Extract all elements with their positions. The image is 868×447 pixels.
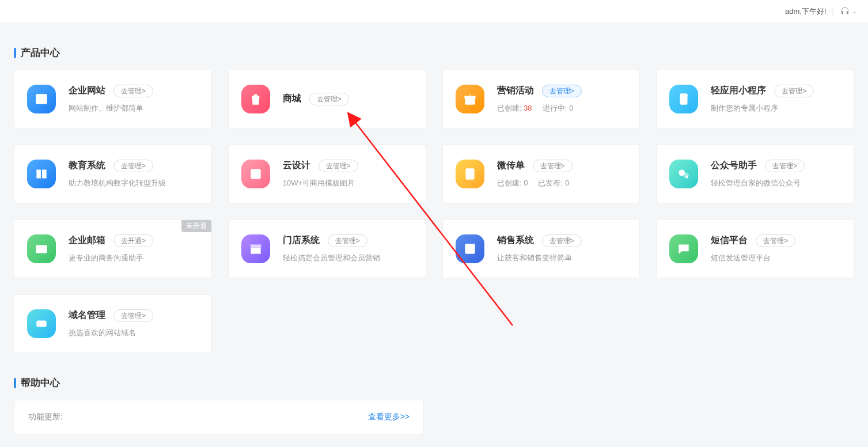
card-mp[interactable]: 公众号助手 去管理> 轻松管理自家的微信公众号 <box>656 145 854 203</box>
svg-rect-16 <box>36 245 47 253</box>
card-title: 商城 <box>283 93 301 105</box>
card-title: 门店系统 <box>283 234 320 247</box>
manage-button[interactable]: 去管理> <box>113 160 153 172</box>
mall-icon <box>241 85 270 113</box>
svg-rect-12 <box>467 175 470 176</box>
svg-rect-18 <box>467 247 473 248</box>
mp-icon <box>669 160 698 188</box>
card-desc: 更专业的商务沟通助手 <box>69 253 199 263</box>
card-flyer[interactable]: 微传单 去管理> 已创建:0 已发布:0 <box>442 145 640 203</box>
manage-button[interactable]: 去管理> <box>774 85 814 97</box>
manage-button[interactable]: 去管理> <box>319 160 358 172</box>
card-title: 企业网站 <box>69 85 105 97</box>
page-content: 产品中心 企业网站 去管理> 网站制作、维护都简单 商城 <box>0 23 868 446</box>
manage-button[interactable]: 去管理> <box>765 160 805 172</box>
svg-rect-19 <box>467 248 473 249</box>
card-desc: 轻松管理自家的微信公众号 <box>711 178 841 188</box>
card-desc: 轻松搞定会员管理和会员营销 <box>283 253 413 263</box>
section-title-products: 产品中心 <box>14 46 854 59</box>
sms-icon <box>669 234 698 263</box>
svg-point-6 <box>684 94 688 98</box>
mail-icon <box>27 234 56 263</box>
manage-button[interactable]: 去管理> <box>328 234 367 247</box>
card-title: 公众号助手 <box>711 160 757 172</box>
domain-icon: W.= <box>27 309 56 338</box>
chevron-down-icon: ⌄ <box>852 8 856 14</box>
separator: | <box>832 7 834 16</box>
view-more-link[interactable]: 查看更多>> <box>368 412 410 422</box>
svg-rect-1 <box>36 94 47 97</box>
section-title-help: 帮助中心 <box>14 376 854 389</box>
card-desc: 短信发送管理平台 <box>711 253 841 263</box>
card-sms[interactable]: 短信平台 去管理> 短信发送管理平台 <box>656 219 854 278</box>
card-title: 企业邮箱 <box>69 234 105 247</box>
card-miniapp[interactable]: 轻应用小程序 去管理> 制作您的专属小程序 <box>656 70 854 128</box>
card-stats: 已创建:38 进行中:0 <box>497 103 627 113</box>
card-title: 轻应用小程序 <box>711 85 766 97</box>
card-desc: 制作您的专属小程序 <box>711 103 841 113</box>
card-desc: 10W+可商用模板图片 <box>283 178 413 188</box>
svg-rect-10 <box>467 171 472 172</box>
greeting-text: adm,下午好! <box>785 6 827 17</box>
card-title: 教育系统 <box>69 160 105 172</box>
card-mail[interactable]: 未开通 企业邮箱 去开通> 更专业的商务沟通助手 <box>14 219 212 278</box>
manage-button[interactable]: 去管理> <box>542 85 582 97</box>
miniapp-icon <box>669 85 698 113</box>
card-mall[interactable]: 商城 去管理> <box>228 70 426 128</box>
svg-point-8 <box>252 171 255 173</box>
edu-icon <box>27 160 56 188</box>
manage-button[interactable]: 去管理> <box>533 160 573 172</box>
card-store[interactable]: 门店系统 去管理> 轻松搞定会员管理和会员营销 <box>228 219 426 278</box>
manage-button[interactable]: 去管理> <box>756 234 795 247</box>
card-website[interactable]: 企业网站 去管理> 网站制作、维护都简单 <box>14 70 212 128</box>
help-updates-box: 功能更新: 查看更多>> <box>14 400 424 434</box>
website-icon <box>27 85 56 113</box>
design-icon <box>241 160 270 188</box>
product-grid: 企业网站 去管理> 网站制作、维护都简单 商城 去管理> <box>14 70 854 353</box>
flyer-icon <box>456 160 484 188</box>
card-title: 域名管理 <box>69 309 105 321</box>
card-title: 销售系统 <box>497 234 534 247</box>
manage-button[interactable]: 去管理> <box>113 309 153 322</box>
card-desc: 让获客和销售变得简单 <box>497 253 627 263</box>
svg-rect-11 <box>467 173 472 174</box>
card-title: 营销活动 <box>497 85 534 97</box>
card-desc: 助力教培机构数字化转型升级 <box>69 178 199 188</box>
sales-icon <box>456 234 484 263</box>
manage-button[interactable]: 去管理> <box>113 85 153 97</box>
top-bar: adm,下午好! | ⌄ <box>0 0 868 23</box>
card-edu[interactable]: 教育系统 去管理> 助力教培机构数字化转型升级 <box>14 145 212 203</box>
svg-rect-4 <box>469 94 470 104</box>
store-icon <box>241 234 270 263</box>
manage-button[interactable]: 去管理> <box>309 93 349 105</box>
manage-button[interactable]: 去管理> <box>542 234 582 247</box>
updates-label: 功能更新: <box>28 412 63 422</box>
card-desc: 网站制作、维护都简单 <box>69 103 199 113</box>
card-domain[interactable]: W.= 域名管理 去管理> 挑选喜欢的网站域名 <box>14 294 212 353</box>
svg-point-15 <box>686 176 688 178</box>
svg-rect-9 <box>465 168 474 180</box>
card-sales[interactable]: 销售系统 去管理> 让获客和销售变得简单 <box>442 219 640 278</box>
card-stats: 已创建:0 已发布:0 <box>497 178 627 188</box>
marketing-icon <box>456 85 484 113</box>
headset-icon <box>840 6 850 17</box>
card-design[interactable]: 云设计 去管理> 10W+可商用模板图片 <box>228 145 426 203</box>
open-button[interactable]: 去开通> <box>113 234 153 247</box>
not-opened-tag: 未开通 <box>181 220 211 232</box>
card-desc: 挑选喜欢的网站域名 <box>69 328 199 338</box>
card-title: 短信平台 <box>711 234 748 247</box>
card-title: 微传单 <box>497 160 525 172</box>
support-button[interactable]: ⌄ <box>840 6 856 17</box>
card-marketing[interactable]: 营销活动 去管理> 已创建:38 进行中:0 <box>442 70 640 128</box>
svg-text:W.=: W.= <box>37 321 46 327</box>
svg-rect-20 <box>467 250 471 251</box>
card-title: 云设计 <box>283 160 310 172</box>
